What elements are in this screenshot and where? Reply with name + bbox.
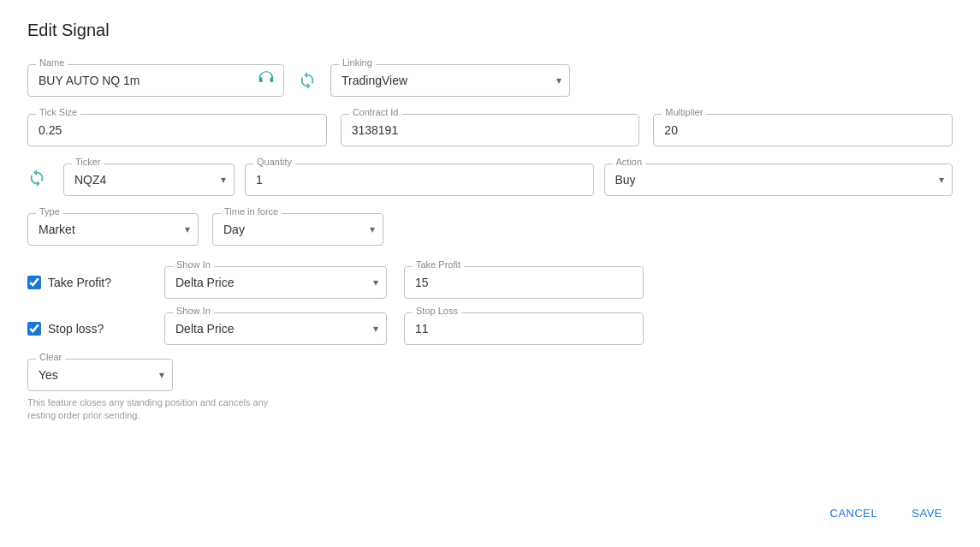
- type-wrap: Type Market Limit Stop ▾: [27, 213, 199, 246]
- linking-field-wrap: Linking TradingView Manual API ▾: [330, 64, 570, 97]
- name-field-wrap: Name: [27, 64, 284, 97]
- action-select[interactable]: Buy Sell: [604, 164, 953, 196]
- quantity-label: Quantity: [253, 157, 295, 167]
- take-profit-show-in-select-wrap: Delta Price Percentage Ticks ▾: [164, 266, 387, 299]
- time-in-force-wrap: Time in force Day GTC IOC ▾: [212, 213, 383, 246]
- stop-loss-label[interactable]: Stop loss?: [27, 322, 147, 336]
- name-input[interactable]: [27, 64, 284, 97]
- clear-select[interactable]: Yes No: [27, 359, 173, 391]
- bottom-actions: CANCEL SAVE: [820, 500, 953, 526]
- time-in-force-label: Time in force: [221, 206, 282, 217]
- type-label: Type: [36, 206, 63, 217]
- multiplier-label: Multiplier: [662, 107, 706, 117]
- stop-loss-input[interactable]: [404, 312, 644, 345]
- ticker-wrap: Ticker NQZ4 ESZ4 MNQZ4 ▾: [63, 164, 235, 196]
- clear-wrap: Clear Yes No ▾: [27, 359, 173, 391]
- tick-contract-multiplier-row: Tick Size Contract Id Multiplier: [27, 114, 953, 146]
- take-profit-value-label: Take Profit: [413, 259, 464, 270]
- time-in-force-select[interactable]: Day GTC IOC: [212, 213, 383, 246]
- action-label: Action: [613, 157, 646, 167]
- action-wrap: Action Buy Sell ▾: [604, 164, 953, 196]
- name-label: Name: [36, 57, 68, 68]
- stop-loss-show-in-select-wrap: Delta Price Percentage Ticks ▾: [164, 312, 387, 345]
- take-profit-value-wrap: Take Profit: [404, 266, 644, 299]
- multiplier-wrap: Multiplier: [653, 114, 953, 146]
- linking-sync-icon: [294, 71, 320, 90]
- ticker-label: Ticker: [72, 157, 104, 167]
- quantity-wrap: Quantity: [245, 164, 594, 196]
- take-profit-input[interactable]: [404, 266, 644, 299]
- clear-select-wrap: Yes No ▾: [27, 359, 173, 391]
- action-select-wrap: Buy Sell ▾: [604, 164, 953, 196]
- take-profit-show-in-select[interactable]: Delta Price Percentage Ticks: [164, 266, 387, 299]
- take-profit-show-in-wrap: Show In Delta Price Percentage Ticks ▾: [164, 266, 387, 299]
- take-profit-text: Take Profit?: [48, 276, 111, 289]
- tick-size-label: Tick Size: [36, 107, 80, 117]
- stop-loss-text: Stop loss?: [48, 322, 104, 336]
- cancel-button[interactable]: CANCEL: [820, 500, 888, 526]
- clear-section: Clear Yes No ▾ This feature closes any s…: [27, 359, 953, 423]
- linking-select[interactable]: TradingView Manual API: [330, 64, 570, 97]
- ticker-row: Ticker NQZ4 ESZ4 MNQZ4 ▾ Quantity Action…: [27, 164, 953, 196]
- type-select[interactable]: Market Limit Stop: [27, 213, 199, 246]
- name-linking-row: Name Linking TradingView Manual API ▾: [27, 64, 953, 97]
- page-title: Edit Signal: [27, 21, 953, 40]
- multiplier-input[interactable]: [653, 114, 953, 146]
- time-in-force-select-wrap: Day GTC IOC ▾: [212, 213, 383, 246]
- stop-loss-value-label: Stop Loss: [413, 306, 461, 316]
- tick-size-wrap: Tick Size: [27, 114, 327, 146]
- ticker-select-wrap: NQZ4 ESZ4 MNQZ4 ▾: [63, 164, 235, 196]
- take-profit-row: Take Profit? Show In Delta Price Percent…: [27, 266, 953, 299]
- take-profit-checkbox[interactable]: [27, 276, 41, 289]
- linking-label: Linking: [339, 57, 376, 68]
- contract-id-input[interactable]: [341, 114, 640, 146]
- take-profit-label[interactable]: Take Profit?: [27, 276, 147, 289]
- stop-loss-show-in-wrap: Show In Delta Price Percentage Ticks ▾: [164, 312, 387, 345]
- brand-icon: [257, 69, 276, 92]
- stop-loss-row: Stop loss? Show In Delta Price Percentag…: [27, 312, 953, 345]
- contract-id-wrap: Contract Id: [341, 114, 640, 146]
- save-button[interactable]: SAVE: [901, 500, 953, 526]
- clear-note: This feature closes any standing positio…: [27, 396, 284, 423]
- tick-size-input[interactable]: [27, 114, 327, 146]
- type-select-wrap: Market Limit Stop ▾: [27, 213, 199, 246]
- quantity-input[interactable]: [245, 164, 594, 196]
- stop-loss-show-in-select[interactable]: Delta Price Percentage Ticks: [164, 312, 387, 345]
- ticker-select[interactable]: NQZ4 ESZ4 MNQZ4: [63, 164, 235, 196]
- stop-loss-value-wrap: Stop Loss: [404, 312, 644, 345]
- stop-loss-checkbox[interactable]: [27, 322, 41, 336]
- stop-loss-show-in-label: Show In: [173, 306, 214, 316]
- ticker-sync-icon: [27, 169, 53, 192]
- linking-select-wrap: TradingView Manual API ▾: [330, 64, 570, 97]
- contract-id-label: Contract Id: [349, 107, 402, 117]
- type-time-row: Type Market Limit Stop ▾ Time in force D…: [27, 213, 953, 246]
- clear-label: Clear: [36, 352, 65, 362]
- take-profit-show-in-label: Show In: [173, 259, 214, 270]
